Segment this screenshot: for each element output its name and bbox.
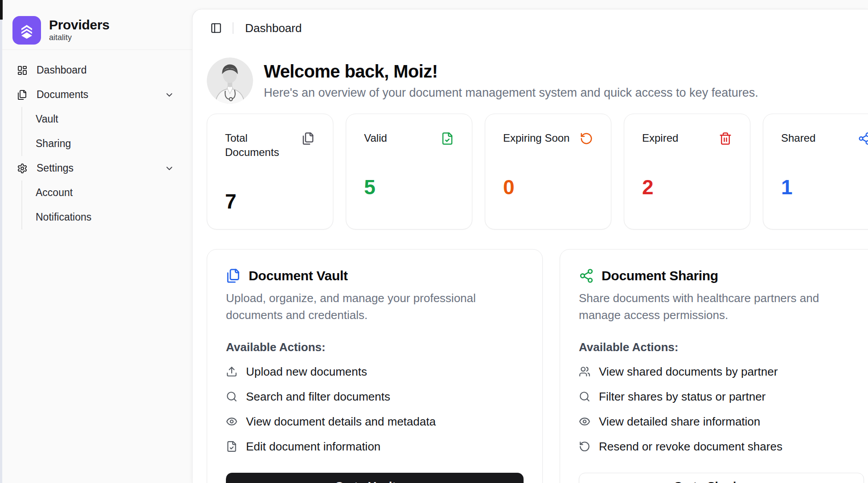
top-bar: Dashboard: [207, 21, 868, 35]
stat-label: Expiring Soon: [503, 131, 569, 145]
search-icon: [226, 391, 237, 402]
stat-label: Shared: [781, 131, 815, 145]
card-title: Document Sharing: [602, 268, 718, 283]
eye-icon: [226, 416, 237, 427]
chevron-down-icon[interactable]: [164, 90, 174, 100]
panel-left-icon: [210, 22, 222, 34]
stat-card-expired: Expired 2: [624, 114, 750, 229]
sidebar-item-notifications[interactable]: Notifications: [36, 205, 174, 229]
sidebar-item-label: Notifications: [36, 211, 91, 223]
document-sharing-card: Document Sharing Share documents with he…: [560, 249, 868, 483]
sidebar-item-vault[interactable]: Vault: [36, 107, 174, 131]
share-icon: [579, 268, 594, 283]
search-icon: [579, 391, 590, 402]
stat-value: 7: [225, 190, 315, 213]
window-edge-artifact: [0, 0, 3, 20]
action-edit-document-info: Edit document information: [226, 439, 524, 454]
page-subtitle: Here's an overview of your document mana…: [264, 85, 758, 100]
action-label: Search and filter documents: [246, 390, 390, 404]
rotate-ccw-icon: [579, 441, 590, 452]
files-icon: [302, 132, 315, 145]
settings-subgroup: Account Notifications: [21, 180, 174, 229]
chevron-right-icon: [758, 481, 769, 483]
action-label: Edit document information: [246, 440, 381, 454]
eye-icon: [579, 416, 590, 427]
main-panel: Dashboard Welcome back, Moiz!: [192, 9, 868, 483]
stat-value: 5: [364, 176, 454, 199]
action-view-share-information: View detailed share information: [579, 414, 864, 429]
action-upload-new-documents: Upload new documents: [226, 364, 524, 379]
action-label: View document details and metadata: [246, 415, 436, 429]
button-label: Go to Vault: [335, 479, 396, 483]
action-label: View shared documents by partner: [599, 365, 778, 379]
stat-label: Total Documents: [225, 131, 296, 160]
sidebar-nav: Dashboard Documents Vault Sharing: [0, 50, 192, 229]
trash-icon: [719, 132, 732, 145]
features-row: Document Vault Upload, organize, and man…: [207, 249, 868, 483]
brand-text: Providers aitality: [49, 17, 110, 43]
stacked-chevrons-icon: [17, 20, 37, 40]
go-to-sharing-button[interactable]: Go to Sharing: [579, 473, 864, 483]
breadcrumb-separator: [233, 22, 233, 34]
sidebar-toggle-button[interactable]: [209, 21, 223, 35]
stat-label: Valid: [364, 131, 387, 145]
files-icon: [226, 268, 241, 283]
dashboard-grid-icon: [17, 65, 28, 76]
welcome-section: Welcome back, Moiz! Here's an overview o…: [207, 57, 868, 104]
app-name: Providers: [49, 17, 110, 33]
action-label: Resend or revoke document shares: [599, 440, 782, 454]
breadcrumb: Dashboard: [245, 21, 302, 35]
files-icon: [17, 90, 28, 100]
sidebar-header: Providers aitality: [0, 0, 192, 50]
chevron-down-icon[interactable]: [164, 164, 174, 173]
action-label: Filter shares by status or partner: [599, 390, 766, 404]
go-to-vault-button[interactable]: Go to Vault: [226, 473, 524, 483]
stat-card-valid: Valid 5: [346, 114, 472, 229]
avatar: [207, 57, 253, 104]
stat-label: Expired: [642, 131, 678, 145]
action-view-shared-by-partner: View shared documents by partner: [579, 364, 864, 379]
file-check-icon: [226, 441, 237, 452]
gear-icon: [17, 163, 28, 174]
sidebar-item-label: Dashboard: [37, 64, 87, 76]
sidebar-item-label: Account: [36, 187, 73, 199]
app-logo[interactable]: [12, 16, 41, 45]
card-description: Upload, organize, and manage your profes…: [226, 290, 524, 323]
stat-card-expiring-soon: Expiring Soon 0: [485, 114, 611, 229]
action-label: View detailed share information: [599, 415, 760, 429]
sidebar-item-sharing[interactable]: Sharing: [36, 131, 174, 156]
card-description: Share documents with healthcare partners…: [579, 290, 864, 323]
users-icon: [579, 366, 590, 377]
action-label: Upload new documents: [246, 365, 367, 379]
card-title: Document Vault: [249, 268, 348, 283]
org-name: aitality: [49, 33, 110, 43]
sidebar-item-dashboard[interactable]: Dashboard: [17, 58, 174, 82]
stat-value: 2: [642, 176, 732, 199]
sidebar-item-label: Sharing: [36, 138, 71, 150]
document-vault-card: Document Vault Upload, organize, and man…: [207, 249, 543, 483]
stat-value: 1: [781, 176, 868, 199]
chevron-right-icon: [404, 481, 415, 483]
button-label: Go to Sharing: [674, 479, 750, 483]
doctor-avatar-illustration: [207, 57, 253, 104]
sidebar-item-account[interactable]: Account: [36, 180, 174, 205]
sidebar-item-documents[interactable]: Documents: [17, 82, 174, 107]
file-check-icon: [441, 132, 454, 145]
upload-icon: [226, 366, 237, 377]
page-title: Welcome back, Moiz!: [264, 61, 758, 82]
welcome-text: Welcome back, Moiz! Here's an overview o…: [264, 61, 758, 100]
documents-subgroup: Vault Sharing: [21, 107, 174, 156]
stat-value: 0: [503, 176, 593, 199]
sidebar-item-settings[interactable]: Settings: [17, 156, 174, 180]
sidebar-item-label: Vault: [36, 113, 58, 125]
actions-heading: Available Actions:: [579, 340, 864, 354]
action-search-filter-documents: Search and filter documents: [226, 389, 524, 404]
action-resend-revoke-shares: Resend or revoke document shares: [579, 439, 864, 454]
sidebar: Providers aitality Dashboard Documents V…: [0, 0, 192, 483]
window-edge-strip: [0, 0, 2, 483]
stat-card-shared: Shared 1: [763, 114, 868, 229]
history-icon: [580, 132, 593, 145]
stat-card-total-documents: Total Documents 7: [207, 114, 333, 229]
stats-row: Total Documents 7 Valid 5 Expiring Soon: [207, 114, 868, 229]
action-view-document-details: View document details and metadata: [226, 414, 524, 429]
